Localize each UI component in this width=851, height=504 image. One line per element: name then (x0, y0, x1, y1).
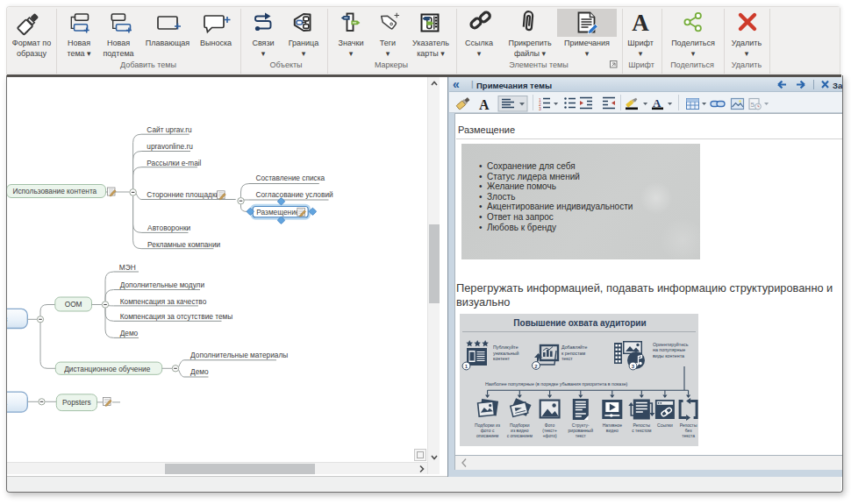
svg-text:Ориентируйтесьна популярныевид: Ориентируйтесьна популярныевиды контента (653, 342, 689, 358)
svg-text:Повышение охвата аудитории: Повышение охвата аудитории (513, 318, 646, 328)
svg-text:Репостыс текстом: Репостыс текстом (632, 422, 652, 433)
svg-text:Компенсация за качество: Компенсация за качество (120, 297, 207, 306)
svg-text:Ссылки: Ссылки (657, 422, 673, 428)
svg-text:Сайт uprav.ru: Сайт uprav.ru (147, 125, 192, 134)
svg-text:Демо: Демо (120, 329, 139, 337)
svg-text:Popsters: Popsters (62, 398, 91, 407)
svg-text:upravonline.ru: upravonline.ru (147, 142, 193, 151)
svg-text:Дистанционное обучение: Дистанционное обучение (64, 365, 150, 373)
svg-text:Сторонние площадки: Сторонние площадки (147, 190, 219, 199)
svg-text:Составление списка: Составление списка (255, 174, 325, 182)
svg-text:Использование контента: Использование контента (13, 187, 97, 195)
svg-text:Рассылки e-mail: Рассылки e-mail (147, 159, 201, 167)
svg-text:Дополнительные модули: Дополнительные модули (120, 280, 205, 289)
svg-text:OOM: OOM (65, 300, 82, 309)
svg-text:5: 5 (751, 101, 755, 109)
svg-text:Согласование условий: Согласование условий (255, 190, 333, 199)
svg-text:3: 3 (539, 106, 541, 111)
svg-text:A: A (479, 97, 490, 112)
svg-text:Рекламные компании: Рекламные компании (147, 240, 220, 249)
svg-text:Компенсация за отсутствие темы: Компенсация за отсутствие темы (120, 312, 233, 321)
svg-text:Демо: Демо (190, 367, 209, 376)
svg-text:A: A (632, 10, 649, 36)
svg-text:Размещение: Размещение (256, 208, 299, 217)
svg-text:Автоворонки: Автоворонки (147, 224, 190, 232)
svg-text:Дополнительные материалы: Дополнительные материалы (190, 351, 288, 359)
svg-text:МЭН: МЭН (119, 263, 136, 272)
svg-text:Наиболее популярные (в порядке: Наиболее популярные (в порядке убывания … (485, 381, 628, 387)
